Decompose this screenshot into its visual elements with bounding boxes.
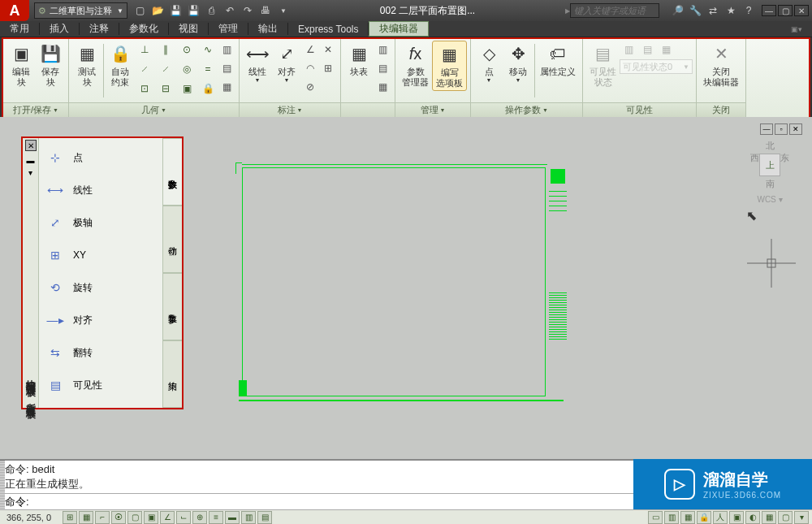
viewcube[interactable]: 北 西 上 东 南 WCS ▾ [747,140,793,204]
qview-layouts-icon[interactable]: ▥ [664,511,679,524]
tab-annotate[interactable]: 注释 [80,21,119,37]
constraint-collinear-icon[interactable]: ⟋ [156,60,175,78]
palette-tab-actions[interactable]: 动作 [162,206,182,273]
redo-icon[interactable]: ↷ [241,4,254,17]
palette-item-rotate[interactable]: ⟲旋转 [41,271,161,304]
vis-mode-icon[interactable]: ▦ [657,41,675,58]
tab-express[interactable]: Express Tools [288,21,368,37]
tab-view[interactable]: 视图 [169,21,208,37]
param-manager-button[interactable]: fx参数 管理器 [399,41,432,89]
lwt-toggle[interactable]: ≡ [209,511,223,524]
palette-menu-icon[interactable]: ▾ [28,168,32,177]
isolate-icon[interactable]: ◐ [745,511,760,524]
plot-icon[interactable]: ⎙ [205,4,218,17]
param-icon[interactable]: ▦ [218,78,235,96]
tab-blockeditor[interactable]: 块编辑器 [369,21,429,37]
visibility-states-button[interactable]: ▤可见性 状态 [586,41,620,89]
linear-dim-button[interactable]: ⟷线性▼ [243,41,272,86]
tab-common[interactable]: 常用 [0,21,39,37]
cmd-resize-handle[interactable] [0,461,5,509]
dyn-toggle[interactable]: ⊕ [192,511,207,524]
mdi-restore-button[interactable]: ▫ [775,123,788,135]
viewcube-west[interactable]: 西 [750,152,759,178]
dim-param-icon[interactable]: ⊞ [319,59,337,77]
panel-title[interactable]: 打开/保存▼ [3,102,68,117]
model-button[interactable]: ▭ [648,511,663,524]
angular-dim-icon[interactable]: ∠ [301,41,319,58]
close-button[interactable]: ✕ [794,5,809,16]
minimize-button[interactable]: — [762,5,776,16]
drawing-rect[interactable] [242,167,546,396]
radius-dim-icon[interactable]: ◠ [301,59,319,77]
panel-title[interactable]: 操作参数▼ [471,102,582,117]
annoscale-lock-icon[interactable]: 人 [713,511,728,524]
open-icon[interactable]: 📂 [152,4,165,17]
undo-icon[interactable]: ↶ [223,4,236,17]
palette-item-align[interactable]: —▸对齐 [41,304,161,336]
palette-tab-paramsets[interactable]: 参数集 [162,273,182,340]
exchange-icon[interactable]: ⇄ [706,4,719,17]
annoscale-icon[interactable]: 🔒 [697,511,711,524]
3dosnap-toggle[interactable]: ▣ [144,511,158,524]
palette-close-button[interactable]: ✕ [25,140,37,151]
qat-more-icon[interactable]: ▼ [277,4,290,17]
panel-title[interactable]: 管理▼ [395,102,470,117]
point-param-button[interactable]: ◇点▼ [474,41,503,86]
workspace-dropdown[interactable]: ⚙ 二维草图与注释 ▼ [34,2,127,19]
snap-toggle[interactable]: ⊞ [63,511,77,524]
visibility-state-combo[interactable]: 可见性状态0▼ [620,59,693,74]
qp-toggle[interactable]: ▥ [241,511,256,524]
ducs-toggle[interactable]: ⌙ [176,511,191,524]
hardware-icon[interactable]: ▦ [762,511,776,524]
tab-output[interactable]: 输出 [248,21,287,37]
diameter-dim-icon[interactable]: ⊘ [301,78,319,96]
save-block-button[interactable]: 💾保存 块 [36,41,65,89]
ortho-toggle[interactable]: ⌐ [95,511,110,524]
authoring-palette-button[interactable]: ▦编写 选项板 [432,41,467,91]
palette-tab-params[interactable]: 参数 [162,138,182,206]
customize-icon[interactable]: ▾ [794,511,809,524]
constraint-horizontal-icon[interactable]: ⟋ [135,60,154,78]
hide-constraints-icon[interactable]: ▤ [218,59,235,77]
maximize-button[interactable]: ▢ [778,5,793,16]
print-icon[interactable]: 🖶 [259,4,272,17]
polar-toggle[interactable]: ⦿ [111,511,126,524]
constraint-symmetric-icon[interactable]: ⊟ [156,80,175,97]
constraint-vertical-icon[interactable]: ⊥ [135,41,154,58]
tab-param[interactable]: 参数化 [119,21,168,37]
show-constraints-icon[interactable]: ▥ [218,41,235,58]
blocktable-a-icon[interactable]: ▥ [374,41,391,58]
saveas-icon[interactable]: 💾 [188,4,201,17]
attdef-button[interactable]: 🏷属性定义 [537,41,579,79]
palette-tab-constraints[interactable]: 约束 [162,340,182,408]
vis-make-visible-icon[interactable]: ▥ [620,41,637,58]
constraint-parallel-icon[interactable]: ∥ [156,41,175,58]
save-icon[interactable]: 💾 [170,4,183,17]
panel-title[interactable]: 标注▼ [240,102,340,117]
coords-display[interactable]: 366, 255, 0 [0,513,58,522]
viewcube-north[interactable]: 北 [747,140,793,152]
constraint-tangent-icon[interactable]: ⊙ [177,41,197,58]
palette-item-xy[interactable]: ⊞XY [41,239,161,271]
palette-item-flip[interactable]: ⇆翻转 [41,336,161,369]
viewcube-east[interactable]: 东 [780,152,789,178]
wcs-label[interactable]: WCS ▾ [747,195,793,204]
test-block-button[interactable]: ▦测试 块 [72,41,102,89]
panel-title[interactable]: 几何▼ [69,102,239,117]
cleanscreen-icon[interactable]: ▢ [778,511,793,524]
qview-drawings-icon[interactable]: ▦ [680,511,695,524]
auto-constrain-button[interactable]: 🔒自动 约束 [106,41,135,89]
block-table-button[interactable]: ▦块表 [344,41,374,79]
key-icon[interactable]: 🔧 [689,4,702,17]
viewcube-south[interactable]: 南 [747,178,793,190]
drawing-area[interactable]: — ▫ ✕ 北 西 上 东 南 WCS ▾ ⬉ ✕ ▬ ▾ 块编写选项板 - 所… [0,117,812,459]
palette-titlebar[interactable]: ✕ ▬ ▾ 块编写选项板 - 所有选项板 [23,138,39,408]
dim-delete-icon[interactable]: ✕ [319,41,337,58]
otrack-toggle[interactable]: ∠ [160,511,175,524]
constraint-equal-icon[interactable]: = [198,60,218,78]
constraint-fix-icon[interactable]: ▣ [177,80,197,97]
align-dim-button[interactable]: ⤢对齐▼ [272,41,301,86]
palette-item-linear[interactable]: ⟷线性 [41,174,161,206]
osnap-toggle[interactable]: ▢ [127,511,142,524]
move-action-button[interactable]: ✥移动▼ [503,41,533,86]
